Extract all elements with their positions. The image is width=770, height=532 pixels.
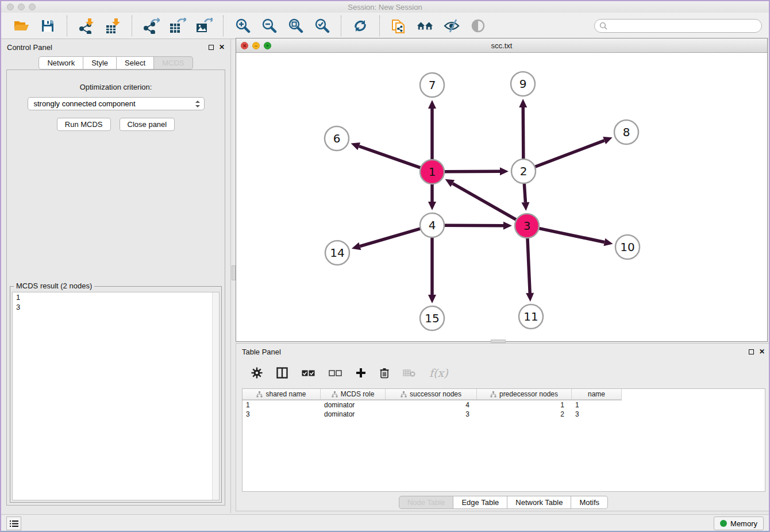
mcds-result-list[interactable]: 13 bbox=[12, 292, 220, 500]
mcds-result-group: MCDS result (2 nodes) 13 bbox=[10, 286, 222, 503]
table-header-row: shared nameMCDS rolesuccessor nodesprede… bbox=[242, 389, 622, 400]
tab-node-table[interactable]: Node Table bbox=[399, 496, 454, 509]
column-header[interactable]: name bbox=[572, 389, 622, 399]
graph-node-label: 6 bbox=[333, 132, 341, 145]
mcds-result-item[interactable]: 1 bbox=[13, 292, 219, 302]
table-cell[interactable]: 1 bbox=[242, 400, 321, 410]
close-panel-icon[interactable]: ✕ bbox=[219, 44, 225, 51]
zoom-fit-icon[interactable] bbox=[287, 17, 304, 34]
graph-edge[interactable] bbox=[523, 107, 523, 159]
tab-style[interactable]: Style bbox=[83, 56, 117, 70]
import-network-icon[interactable] bbox=[78, 17, 95, 34]
graph-node-label: 2 bbox=[520, 164, 528, 178]
table-cell[interactable]: 4 bbox=[386, 400, 477, 410]
tab-select[interactable]: Select bbox=[117, 56, 154, 70]
edge-arrowhead-icon bbox=[500, 167, 509, 175]
delete-column-icon[interactable] bbox=[380, 368, 389, 379]
select-all-columns-icon[interactable] bbox=[302, 369, 315, 377]
column-header[interactable]: successor nodes bbox=[386, 389, 477, 399]
mcds-panel: Optimization criterion: strongly connect… bbox=[6, 70, 225, 506]
toolbar-separator bbox=[341, 16, 341, 36]
network-close-button[interactable]: ✕ bbox=[241, 42, 248, 49]
table-cell[interactable]: 3 bbox=[242, 410, 321, 419]
graph-edge[interactable] bbox=[360, 229, 420, 246]
edge-arrowhead-icon bbox=[603, 238, 613, 246]
search-input[interactable] bbox=[610, 22, 757, 30]
tab-network[interactable]: Network bbox=[38, 56, 83, 70]
clone-network-icon[interactable] bbox=[390, 17, 407, 34]
network-canvas[interactable]: 7968124314101511 bbox=[236, 53, 767, 341]
graph-edge[interactable] bbox=[359, 147, 421, 168]
function-builder-icon[interactable]: f(x) bbox=[429, 367, 448, 379]
result-scrollbar[interactable] bbox=[212, 292, 219, 500]
graph-edge[interactable] bbox=[535, 141, 605, 167]
zoom-selected-icon[interactable] bbox=[313, 17, 330, 34]
graph-edge[interactable] bbox=[539, 228, 605, 242]
table-cell[interactable]: 1 bbox=[572, 400, 622, 410]
edge-arrowhead-icon bbox=[503, 222, 512, 230]
apply-layout-icon[interactable] bbox=[352, 17, 369, 34]
table-options-icon[interactable] bbox=[251, 367, 263, 379]
zoom-out-icon[interactable] bbox=[260, 17, 278, 34]
import-table-icon[interactable] bbox=[104, 17, 121, 34]
show-all-icon[interactable] bbox=[469, 17, 487, 34]
tab-network-table[interactable]: Network Table bbox=[507, 496, 571, 509]
float-panel-icon[interactable] bbox=[209, 45, 214, 50]
graph-node-label: 8 bbox=[623, 125, 630, 139]
close-panel-button[interactable]: Close panel bbox=[120, 118, 175, 131]
tab-mcds[interactable]: MCDS bbox=[154, 56, 192, 70]
control-panel: Control Panel ✕ Network Style Select MCD… bbox=[1, 39, 231, 513]
sort-hierarchy-icon bbox=[401, 391, 407, 398]
graph-edge[interactable] bbox=[453, 183, 517, 219]
table-row[interactable]: 3dominator323 bbox=[242, 410, 765, 419]
chevron-up-down-icon bbox=[195, 100, 201, 108]
task-history-button[interactable] bbox=[6, 516, 21, 530]
table-cell[interactable]: 1 bbox=[477, 400, 572, 410]
save-session-icon[interactable] bbox=[39, 17, 56, 34]
control-panel-title: Control Panel bbox=[7, 43, 52, 52]
column-header[interactable]: MCDS role bbox=[321, 389, 386, 399]
run-mcds-button[interactable]: Run MCDS bbox=[57, 118, 111, 131]
export-table-icon[interactable] bbox=[169, 17, 186, 34]
export-image-icon[interactable] bbox=[195, 17, 213, 34]
delete-table-icon[interactable] bbox=[403, 369, 415, 377]
tab-motifs[interactable]: Motifs bbox=[571, 496, 608, 509]
graph-edge[interactable] bbox=[528, 238, 530, 293]
graph-edge[interactable] bbox=[444, 171, 500, 172]
table-row[interactable]: 1dominator411 bbox=[242, 400, 765, 410]
column-view-icon[interactable] bbox=[276, 367, 288, 379]
table-cell[interactable]: 2 bbox=[477, 410, 572, 419]
optimization-criterion-select[interactable]: strongly connected component bbox=[28, 97, 205, 110]
optimization-criterion-label: Optimization criterion: bbox=[7, 83, 225, 91]
first-neighbors-icon[interactable] bbox=[417, 17, 434, 34]
unselect-all-columns-icon[interactable] bbox=[329, 369, 342, 377]
edge-arrowhead-icon bbox=[351, 142, 360, 150]
column-header[interactable]: shared name bbox=[242, 389, 321, 399]
add-column-icon[interactable] bbox=[356, 368, 366, 378]
mcds-result-item[interactable]: 3 bbox=[13, 302, 219, 312]
network-window-title: scc.txt bbox=[236, 41, 767, 50]
tab-edge-table[interactable]: Edge Table bbox=[453, 496, 507, 509]
edge-arrowhead-icon bbox=[526, 293, 534, 302]
zoom-in-icon[interactable] bbox=[234, 17, 251, 34]
graph-edge[interactable] bbox=[524, 183, 525, 202]
table-cell[interactable]: 3 bbox=[572, 410, 622, 419]
table-body: 1dominator4113dominator323 bbox=[242, 400, 765, 419]
mcds-result-title: MCDS result (2 nodes) bbox=[14, 282, 94, 290]
graph-edge[interactable] bbox=[444, 225, 503, 226]
close-table-panel-icon[interactable]: ✕ bbox=[759, 348, 765, 355]
table-cell[interactable]: 3 bbox=[386, 410, 477, 419]
column-header[interactable]: predecessor nodes bbox=[477, 389, 572, 399]
float-table-panel-icon[interactable] bbox=[749, 349, 754, 354]
memory-button[interactable]: Memory bbox=[714, 516, 764, 530]
search-field[interactable] bbox=[594, 19, 762, 33]
network-maximize-button[interactable]: + bbox=[264, 42, 271, 49]
export-network-icon[interactable] bbox=[143, 17, 160, 34]
table-cell[interactable]: dominator bbox=[321, 400, 386, 410]
network-minimize-button[interactable]: − bbox=[252, 42, 260, 49]
hide-selected-icon[interactable] bbox=[443, 17, 460, 34]
table-cell[interactable]: dominator bbox=[321, 410, 386, 419]
open-file-icon[interactable] bbox=[13, 17, 30, 34]
graph-node-label: 11 bbox=[523, 310, 538, 323]
vertical-splitter-handle[interactable] bbox=[232, 265, 236, 280]
